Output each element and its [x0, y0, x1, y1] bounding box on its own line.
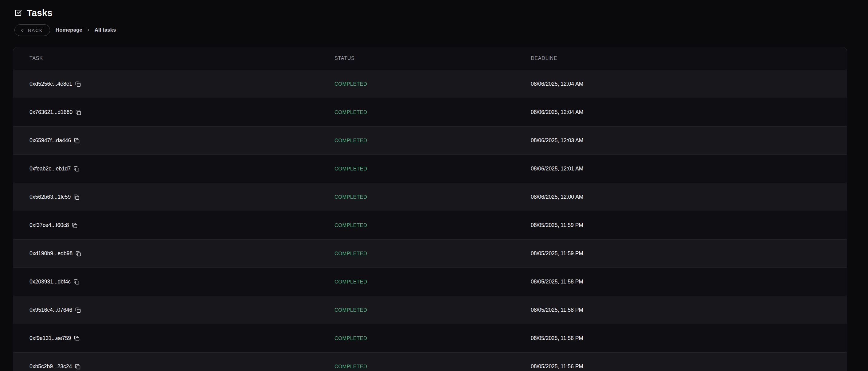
column-header-status: STATUS	[335, 56, 531, 61]
status-badge: COMPLETED	[335, 364, 531, 369]
table-row[interactable]: 0x9516c4...07646 COMPLETED 08/05/2025, 1…	[13, 296, 847, 324]
tasks-page: Tasks BACK Homepage All tasks TASK STATU…	[0, 0, 868, 371]
task-id: 0x562b63...1fc59	[30, 194, 71, 200]
deadline-value: 08/05/2025, 11:56 PM	[531, 363, 847, 370]
task-id: 0xfeab2c...eb1d7	[30, 165, 71, 172]
deadline-value: 08/06/2025, 12:01 AM	[531, 165, 847, 172]
breadcrumb-all-tasks[interactable]: All tasks	[95, 27, 116, 33]
task-id: 0x65947f...da446	[30, 137, 71, 144]
breadcrumb-bar: BACK Homepage All tasks	[14, 24, 868, 36]
status-badge: COMPLETED	[335, 251, 531, 256]
copy-icon	[74, 138, 80, 144]
deadline-value: 08/06/2025, 12:04 AM	[531, 109, 847, 116]
task-cell: 0x562b63...1fc59	[30, 194, 335, 200]
deadline-value: 08/05/2025, 11:59 PM	[531, 250, 847, 257]
square-check-icon	[14, 9, 22, 17]
column-header-deadline: DEADLINE	[531, 56, 847, 61]
table-row[interactable]: 0x65947f...da446 COMPLETED 08/06/2025, 1…	[13, 126, 847, 154]
chevron-left-icon	[20, 28, 24, 33]
copy-icon	[74, 194, 79, 200]
status-badge: COMPLETED	[335, 137, 531, 144]
deadline-value: 08/06/2025, 12:00 AM	[531, 194, 847, 200]
copy-icon	[75, 251, 81, 256]
deadline-value: 08/05/2025, 11:59 PM	[531, 222, 847, 228]
copy-task-id-button[interactable]	[72, 223, 78, 228]
status-badge: COMPLETED	[335, 166, 531, 172]
deadline-value: 08/06/2025, 12:04 AM	[531, 81, 847, 87]
task-id: 0xf9e131...ee759	[30, 335, 71, 342]
copy-icon	[75, 82, 81, 87]
deadline-value: 08/06/2025, 12:03 AM	[531, 137, 847, 144]
chevron-right-icon	[86, 28, 91, 32]
table-row[interactable]: 0xd5256c...4e8e1 COMPLETED 08/06/2025, 1…	[13, 70, 847, 98]
task-cell: 0xf9e131...ee759	[30, 335, 335, 342]
task-id: 0xb5c2b9...23c24	[30, 363, 72, 370]
copy-task-id-button[interactable]	[74, 138, 80, 144]
task-id: 0x9516c4...07646	[30, 307, 72, 313]
copy-icon	[72, 223, 78, 228]
task-cell: 0x9516c4...07646	[30, 307, 335, 313]
page-title: Tasks	[27, 8, 53, 18]
status-badge: COMPLETED	[335, 222, 531, 228]
task-cell: 0x65947f...da446	[30, 137, 335, 144]
status-badge: COMPLETED	[335, 307, 531, 313]
status-badge: COMPLETED	[335, 335, 531, 341]
back-button[interactable]: BACK	[14, 24, 50, 36]
deadline-value: 08/05/2025, 11:58 PM	[531, 279, 847, 285]
copy-icon	[74, 279, 79, 285]
column-header-task: TASK	[30, 56, 335, 61]
deadline-value: 08/05/2025, 11:56 PM	[531, 335, 847, 342]
task-cell: 0xf37ce4...f60c8	[30, 222, 335, 228]
page-header: Tasks	[14, 7, 868, 19]
table-row[interactable]: 0x203931...dbf4c COMPLETED 08/05/2025, 1…	[13, 268, 847, 296]
task-id: 0xf37ce4...f60c8	[30, 222, 69, 228]
back-button-label: BACK	[28, 28, 43, 33]
copy-task-id-button[interactable]	[75, 110, 81, 115]
table-row[interactable]: 0xb5c2b9...23c24 COMPLETED 08/05/2025, 1…	[13, 352, 847, 371]
copy-icon	[75, 307, 81, 313]
table-row[interactable]: 0xf37ce4...f60c8 COMPLETED 08/05/2025, 1…	[13, 211, 847, 239]
copy-task-id-button[interactable]	[75, 307, 81, 313]
copy-icon	[74, 336, 80, 341]
tasks-table: TASK STATUS DEADLINE 0xd5256c...4e8e1 CO…	[13, 47, 847, 371]
deadline-value: 08/05/2025, 11:58 PM	[531, 307, 847, 313]
table-row[interactable]: 0xf9e131...ee759 COMPLETED 08/05/2025, 1…	[13, 324, 847, 352]
table-row[interactable]: 0x562b63...1fc59 COMPLETED 08/06/2025, 1…	[13, 183, 847, 211]
breadcrumb: Homepage All tasks	[56, 27, 116, 33]
task-id: 0x763621...d1680	[30, 109, 72, 116]
task-cell: 0xb5c2b9...23c24	[30, 363, 335, 370]
table-body: 0xd5256c...4e8e1 COMPLETED 08/06/2025, 1…	[13, 70, 847, 371]
task-cell: 0x203931...dbf4c	[30, 279, 335, 285]
status-badge: COMPLETED	[335, 194, 531, 200]
status-badge: COMPLETED	[335, 81, 531, 87]
copy-task-id-button[interactable]	[74, 279, 79, 285]
copy-icon	[75, 364, 81, 369]
table-header-row: TASK STATUS DEADLINE	[13, 47, 847, 70]
copy-task-id-button[interactable]	[74, 166, 79, 172]
table-row[interactable]: 0xfeab2c...eb1d7 COMPLETED 08/06/2025, 1…	[13, 154, 847, 183]
table-row[interactable]: 0xd190b9...edb98 COMPLETED 08/05/2025, 1…	[13, 239, 847, 268]
task-cell: 0x763621...d1680	[30, 109, 335, 116]
copy-task-id-button[interactable]	[75, 82, 81, 87]
status-badge: COMPLETED	[335, 109, 531, 115]
task-id: 0x203931...dbf4c	[30, 279, 71, 285]
table-row[interactable]: 0x763621...d1680 COMPLETED 08/06/2025, 1…	[13, 98, 847, 126]
status-badge: COMPLETED	[335, 279, 531, 285]
copy-task-id-button[interactable]	[75, 364, 81, 369]
copy-icon	[74, 166, 79, 172]
breadcrumb-homepage[interactable]: Homepage	[56, 27, 82, 33]
copy-task-id-button[interactable]	[75, 251, 81, 256]
task-id: 0xd190b9...edb98	[30, 250, 72, 257]
task-cell: 0xd5256c...4e8e1	[30, 81, 335, 87]
task-cell: 0xfeab2c...eb1d7	[30, 165, 335, 172]
copy-task-id-button[interactable]	[74, 336, 80, 341]
copy-task-id-button[interactable]	[74, 194, 79, 200]
task-cell: 0xd190b9...edb98	[30, 250, 335, 257]
task-id: 0xd5256c...4e8e1	[30, 81, 72, 87]
copy-icon	[75, 110, 81, 115]
